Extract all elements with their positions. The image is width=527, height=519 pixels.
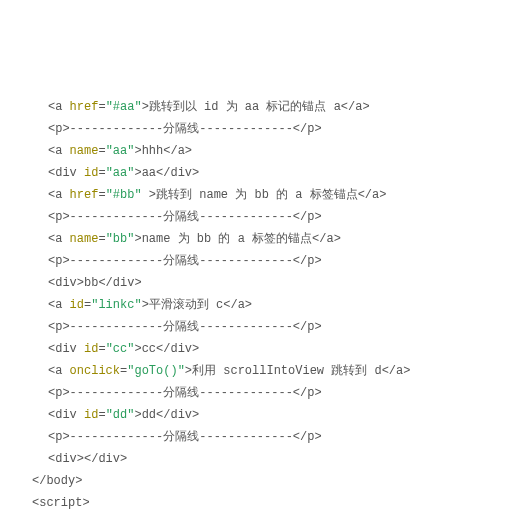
code-token: 平滑滚动到 c xyxy=(149,298,223,312)
code-token: </p> xyxy=(293,386,322,400)
code-token: </body> xyxy=(32,474,82,488)
code-token: "bb" xyxy=(106,232,135,246)
code-token: -------------分隔线------------- xyxy=(70,122,293,136)
code-token: > xyxy=(134,232,141,246)
code-token: > xyxy=(134,144,141,158)
code-token: cc xyxy=(142,342,156,356)
code-token: = xyxy=(98,342,105,356)
code-line: <a href="#aa">跳转到以 id 为 aa 标记的锚点 a</a> xyxy=(20,96,527,118)
code-token: <a xyxy=(48,188,70,202)
code-line: <p>-------------分隔线-------------</p> xyxy=(20,382,527,404)
code-token: name xyxy=(70,144,99,158)
code-token: <a xyxy=(48,100,70,114)
code-token: <p> xyxy=(48,430,70,444)
code-line: <p>-------------分隔线-------------</p> xyxy=(20,426,527,448)
code-token: = xyxy=(98,408,105,422)
code-token: onclick xyxy=(70,364,120,378)
code-token: </p> xyxy=(293,320,322,334)
code-token: hhh xyxy=(142,144,164,158)
code-token: "linkc" xyxy=(91,298,141,312)
code-token: href xyxy=(70,188,99,202)
code-token: </p> xyxy=(293,122,322,136)
code-token: id xyxy=(84,342,98,356)
code-token: bb xyxy=(84,276,98,290)
code-line: <div>bb</div> xyxy=(20,272,527,294)
code-token: </a> xyxy=(163,144,192,158)
code-token: </div> xyxy=(98,276,141,290)
code-token: <div xyxy=(48,342,84,356)
code-token: </div> xyxy=(156,342,199,356)
code-line: <p>-------------分隔线-------------</p> xyxy=(20,118,527,140)
code-line: <a href="#bb" >跳转到 name 为 bb 的 a 标签锚点</a… xyxy=(20,184,527,206)
code-token: > xyxy=(185,364,192,378)
code-token: "goTo()" xyxy=(127,364,185,378)
code-token: <p> xyxy=(48,320,70,334)
code-line: <div></div> xyxy=(20,448,527,470)
code-token: "#bb" xyxy=(106,188,142,202)
code-token: <script> xyxy=(32,496,90,510)
code-token: <div></div> xyxy=(48,452,127,466)
code-token: = xyxy=(98,188,105,202)
code-line: <div id="aa">aa</div> xyxy=(20,162,527,184)
code-line: <a id="linkc">平滑滚动到 c</a> xyxy=(20,294,527,316)
code-line: <a name="aa">hhh</a> xyxy=(20,140,527,162)
code-line: </body> xyxy=(20,470,527,492)
code-token: > xyxy=(134,166,141,180)
code-token: <div> xyxy=(48,276,84,290)
code-token: </p> xyxy=(293,430,322,444)
code-token: </a> xyxy=(312,232,341,246)
code-token: > xyxy=(142,100,149,114)
code-token: name 为 bb 的 a 标签的锚点 xyxy=(142,232,312,246)
code-token: </div> xyxy=(156,408,199,422)
code-line: <script> xyxy=(20,492,527,514)
code-token: id xyxy=(84,166,98,180)
code-token: = xyxy=(98,100,105,114)
code-token: <a xyxy=(48,364,70,378)
code-token: <div xyxy=(48,408,84,422)
code-token: aa xyxy=(142,166,156,180)
code-token: id xyxy=(70,298,84,312)
code-token: </a> xyxy=(341,100,370,114)
code-token: "aa" xyxy=(106,144,135,158)
code-token: <p> xyxy=(48,254,70,268)
code-token: "cc" xyxy=(106,342,135,356)
code-token: <div xyxy=(48,166,84,180)
code-token: -------------分隔线------------- xyxy=(70,320,293,334)
code-token: -------------分隔线------------- xyxy=(70,210,293,224)
code-token: "#aa" xyxy=(106,100,142,114)
code-token: <p> xyxy=(48,386,70,400)
code-token: -------------分隔线------------- xyxy=(70,386,293,400)
code-token: > xyxy=(142,188,156,202)
code-token: <p> xyxy=(48,210,70,224)
code-token: <a xyxy=(48,298,70,312)
code-token: > xyxy=(134,342,141,356)
code-token: = xyxy=(98,232,105,246)
code-token: > xyxy=(134,408,141,422)
code-line: <p>-------------分隔线-------------</p> xyxy=(20,250,527,272)
code-token: id xyxy=(84,408,98,422)
code-token: </a> xyxy=(358,188,387,202)
code-token: </p> xyxy=(293,210,322,224)
code-line: <a onclick="goTo()">利用 scrollIntoView 跳转… xyxy=(20,360,527,382)
code-token: </p> xyxy=(293,254,322,268)
code-token: </a> xyxy=(382,364,411,378)
code-line: <a name="bb">name 为 bb 的 a 标签的锚点</a> xyxy=(20,228,527,250)
code-token: 跳转到 name 为 bb 的 a 标签锚点 xyxy=(156,188,358,202)
code-token: </div> xyxy=(156,166,199,180)
code-token: -------------分隔线------------- xyxy=(70,254,293,268)
code-token: <a xyxy=(48,144,70,158)
code-block: <a href="#aa">跳转到以 id 为 aa 标记的锚点 a</a><p… xyxy=(20,96,527,519)
code-token: > xyxy=(142,298,149,312)
code-token: </a> xyxy=(223,298,252,312)
code-line: <p>-------------分隔线-------------</p> xyxy=(20,316,527,338)
code-token: <p> xyxy=(48,122,70,136)
code-token: name xyxy=(70,232,99,246)
code-line: var cc = document.querySelector('#cc') xyxy=(20,514,527,519)
code-token: 跳转到以 id 为 aa 标记的锚点 a xyxy=(149,100,341,114)
code-token: "dd" xyxy=(106,408,135,422)
code-token: -------------分隔线------------- xyxy=(70,430,293,444)
code-token: <a xyxy=(48,232,70,246)
code-token: 利用 scrollIntoView 跳转到 d xyxy=(192,364,382,378)
code-line: <div id="cc">cc</div> xyxy=(20,338,527,360)
code-token: = xyxy=(98,166,105,180)
